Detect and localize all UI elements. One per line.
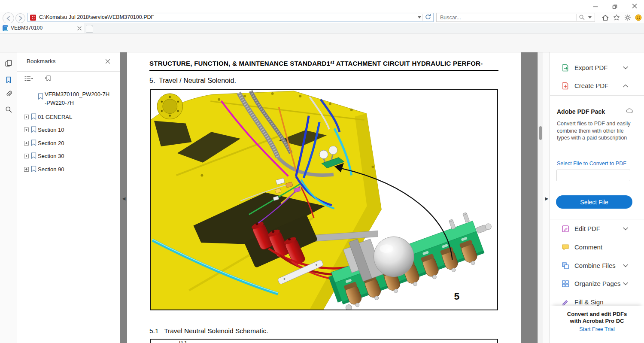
bookmarks-panel: Bookmarks VEBM370100_PW200-7H-PW220-7H 0… bbox=[17, 52, 120, 343]
bookmark-label[interactable]: 01 GENERAL bbox=[38, 113, 72, 121]
browser-tab[interactable]: VEBM370100 bbox=[0, 23, 84, 33]
bookmark-icon bbox=[31, 140, 36, 146]
refresh-icon bbox=[425, 14, 431, 21]
star-icon bbox=[613, 14, 620, 21]
bookmark-label[interactable]: Section 20 bbox=[38, 139, 64, 148]
tool-edit-pdf[interactable]: Edit PDF bbox=[550, 220, 644, 238]
home-button[interactable] bbox=[601, 13, 610, 22]
machine-illustration: 5 bbox=[151, 90, 497, 310]
figure-number-label: 5 bbox=[454, 291, 459, 302]
tab-close-icon[interactable] bbox=[76, 25, 82, 31]
expand-toggle[interactable] bbox=[24, 141, 29, 146]
bookmark-icon bbox=[31, 113, 36, 120]
promo-text: Convert and edit PDFs bbox=[550, 311, 644, 317]
start-free-trial-link[interactable]: Start Free Trial bbox=[550, 326, 644, 332]
feedback-button[interactable] bbox=[634, 13, 643, 22]
restore-button[interactable] bbox=[605, 0, 624, 12]
schematic-partial-text: P 1 bbox=[179, 340, 187, 343]
favorites-button[interactable] bbox=[612, 13, 621, 22]
browser-address-bar: C:\Komatsu Jul 2018\service\VEBM370100.P… bbox=[0, 12, 644, 23]
search-input[interactable] bbox=[439, 14, 570, 21]
create-pdf-icon bbox=[561, 82, 570, 90]
back-button[interactable] bbox=[3, 12, 14, 24]
acrobat-pro-promo: Convert and edit PDFs with Acrobat Pro D… bbox=[550, 306, 644, 343]
expand-toggle[interactable] bbox=[24, 154, 29, 158]
panel-divider bbox=[550, 219, 644, 219]
bookmark-label[interactable]: Section 90 bbox=[38, 165, 64, 174]
url-text: C:\Komatsu Jul 2018\service\VEBM370100.P… bbox=[39, 13, 154, 21]
search-icon[interactable] bbox=[579, 14, 585, 21]
bookmarks-panel-title: Bookmarks bbox=[27, 58, 56, 64]
url-field[interactable]: C:\Komatsu Jul 2018\service\VEBM370100.P… bbox=[27, 13, 434, 22]
pdf-pack-title: Adobe PDF Pack bbox=[557, 108, 605, 115]
bookmark-icon bbox=[31, 126, 36, 133]
bookmark-label[interactable]: Section 30 bbox=[38, 152, 64, 161]
pdf-file-icon bbox=[30, 15, 36, 21]
minimize-icon bbox=[593, 3, 598, 9]
new-tab-button[interactable] bbox=[86, 25, 93, 33]
tool-comment[interactable]: Comment bbox=[550, 238, 644, 256]
forward-button[interactable] bbox=[15, 13, 25, 23]
tools-panel: Export PDF Create PDF Adobe PDF Pack Con… bbox=[550, 52, 644, 343]
close-button[interactable] bbox=[625, 0, 644, 12]
page-running-header: STRUCTURE, FUNCTION, & MAINTENANCE STAND… bbox=[149, 60, 498, 71]
next-page-arrow[interactable]: ► bbox=[544, 195, 550, 202]
organize-pages-icon bbox=[561, 279, 570, 288]
search-panel-button[interactable] bbox=[4, 105, 13, 114]
paperclip-icon bbox=[5, 90, 12, 97]
search-divider bbox=[576, 14, 577, 21]
tool-create-pdf[interactable]: Create PDF bbox=[550, 77, 644, 95]
tool-export-pdf[interactable]: Export PDF bbox=[550, 59, 644, 77]
fill-sign-icon bbox=[561, 298, 570, 307]
chevron-down-icon bbox=[623, 66, 628, 70]
gear-icon bbox=[624, 14, 632, 21]
search-dropdown-caret[interactable] bbox=[588, 16, 592, 18]
minimize-button[interactable] bbox=[586, 0, 605, 12]
tool-organize-pages[interactable]: Organize Pages bbox=[550, 275, 644, 293]
home-icon bbox=[601, 14, 609, 21]
settings-button[interactable] bbox=[623, 13, 632, 22]
url-divider bbox=[422, 14, 423, 21]
pdf-page: STRUCTURE, FUNCTION, & MAINTENANCE STAND… bbox=[127, 52, 521, 343]
pdf-pack-description: Convert files to PDF and easily combine … bbox=[557, 120, 633, 142]
chevron-down-icon bbox=[623, 282, 628, 285]
smiley-icon bbox=[635, 14, 642, 21]
browser-tab-bar: VEBM370100 bbox=[0, 23, 644, 33]
refresh-button[interactable] bbox=[425, 14, 431, 21]
main-area: Bookmarks VEBM370100_PW200-7H-PW220-7H 0… bbox=[0, 52, 644, 343]
bookmark-icon bbox=[38, 93, 43, 100]
previous-page-arrow[interactable]: ◄ bbox=[121, 195, 127, 202]
bookmarks-panel-button[interactable] bbox=[4, 76, 13, 84]
current-bookmark-button[interactable] bbox=[44, 74, 53, 83]
bookmark-icon bbox=[31, 166, 36, 172]
select-file-link[interactable]: Select File to Convert to PDF bbox=[557, 161, 626, 167]
magnifier-icon bbox=[5, 106, 12, 113]
scrollbar-thumb[interactable] bbox=[539, 126, 542, 140]
bookmarks-close-button[interactable] bbox=[104, 58, 111, 65]
expand-toggle[interactable] bbox=[24, 167, 29, 172]
vertical-scrollbar[interactable] bbox=[538, 52, 543, 343]
close-icon bbox=[105, 59, 110, 64]
tool-label: Combine Files bbox=[574, 261, 616, 270]
expand-toggle[interactable] bbox=[24, 127, 29, 132]
select-file-button[interactable]: Select File bbox=[556, 195, 632, 209]
bookmarks-options-button[interactable] bbox=[24, 74, 33, 83]
close-icon bbox=[77, 26, 82, 30]
chevron-down-icon bbox=[623, 227, 628, 231]
bookmark-target-icon bbox=[45, 75, 52, 82]
convert-file-input[interactable] bbox=[556, 170, 630, 181]
page-thumbnails-button[interactable] bbox=[4, 59, 13, 67]
edit-pdf-icon bbox=[561, 225, 570, 233]
tool-combine-files[interactable]: Combine Files bbox=[550, 257, 644, 275]
forward-arrow-icon bbox=[18, 15, 23, 21]
bookmark-label[interactable]: Section 10 bbox=[38, 126, 64, 134]
url-dropdown-caret[interactable] bbox=[418, 16, 421, 18]
tool-label: Comment bbox=[574, 243, 602, 252]
acrobat-toolbar: / 890 108% ? bbox=[0, 33, 644, 52]
bookmark-label[interactable]: VEBM370100_PW200-7H-PW220-7H bbox=[45, 90, 110, 107]
document-cloud-icon bbox=[626, 107, 633, 115]
browser-search-field[interactable] bbox=[436, 13, 595, 22]
expand-toggle[interactable] bbox=[24, 115, 29, 119]
attachments-button[interactable] bbox=[4, 89, 13, 98]
export-pdf-icon bbox=[561, 64, 570, 72]
